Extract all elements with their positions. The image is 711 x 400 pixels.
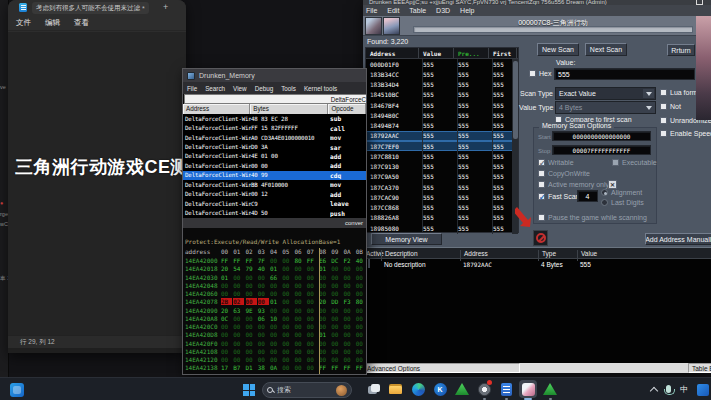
scan-result-row[interactable]: 187C7EF0555555555 xyxy=(366,141,518,151)
ce-menu-item[interactable]: Table xyxy=(409,7,426,14)
return-button[interactable]: Rrturn xyxy=(667,44,695,56)
ce-menu-item[interactable]: Edit xyxy=(387,7,399,14)
value-input[interactable]: 555 xyxy=(554,68,695,80)
scrollbar-thumb[interactable] xyxy=(513,61,518,139)
hex-row[interactable]: 14EA4213817B7D1380A000000FFFFFFFF xyxy=(183,364,366,372)
disasm-row[interactable]: DeltaForceClient-WinA0 CD3A4E0100000010m… xyxy=(183,133,366,142)
advanced-options-button[interactable]: Advanced Options xyxy=(363,363,520,373)
clear-filter-button[interactable] xyxy=(608,180,617,189)
add-address-button[interactable]: Add Address Manually xyxy=(645,233,711,245)
memory-viewer-menu-item[interactable]: File xyxy=(187,85,197,92)
active-memory-checkbox[interactable] xyxy=(538,181,545,188)
image-viewer-icon[interactable] xyxy=(519,380,537,398)
scan-stop-input[interactable]: 00007FFFFFFFFFFF xyxy=(552,145,651,155)
hex-row[interactable]: 14EA42060000000000000000000000000 xyxy=(183,290,366,298)
last-digits-radio[interactable] xyxy=(601,199,608,206)
speedhack-checkbox[interactable] xyxy=(660,130,667,137)
hex-row[interactable]: 14EA420A80C0000061000000000000000 xyxy=(183,315,366,323)
disasm-row[interactable]: DeltaForceClient-WinBB 4F010000mov xyxy=(183,180,366,189)
dropdown-arrow-icon[interactable] xyxy=(643,103,654,112)
results-column-header[interactable]: First xyxy=(489,48,517,58)
hex-row[interactable]: 14EA42108000000000000000000000000 xyxy=(183,348,366,356)
fast-scan-alignment-input[interactable]: 4 xyxy=(577,190,598,202)
scan-result-row[interactable]: 187CA370555555555 xyxy=(366,182,518,192)
file-explorer-icon[interactable] xyxy=(387,380,405,398)
hex-checkbox[interactable] xyxy=(529,70,536,77)
hex-row[interactable]: 14EA420782B0200000100000020DDF380 xyxy=(183,298,366,306)
disasm-column-header[interactable]: Address xyxy=(183,104,250,114)
disasm-row[interactable]: DeltaForceClient-Win4D 50push xyxy=(183,208,366,217)
hex-dump-panel[interactable]: Protect:Execute/Read/Write AllocationBas… xyxy=(183,228,366,375)
scan-result-row[interactable]: 18467BF4555555555 xyxy=(366,100,518,110)
scan-result-row[interactable]: 187CAC90555555555 xyxy=(366,192,518,202)
scan-result-row[interactable]: 187C9A50555555555 xyxy=(366,172,518,182)
tray-chevron-icon[interactable] xyxy=(650,386,658,394)
ce-menu-item[interactable]: D3D xyxy=(436,7,450,14)
lua-formula-checkbox[interactable] xyxy=(660,89,667,96)
scan-result-row[interactable]: 000D01F0555555555 xyxy=(366,59,518,69)
notepad-menu-item[interactable]: 编辑 xyxy=(45,18,60,28)
hex-row[interactable]: 14EA42000FFFFFF7F000080FFE6DCF240 xyxy=(183,257,366,265)
notepad-editor[interactable] xyxy=(8,32,186,335)
cheat-engine-icon[interactable] xyxy=(453,380,471,398)
scan-result-row[interactable]: 18985080555555555 xyxy=(366,223,518,233)
scan-result-row[interactable]: 183B34CC555555555 xyxy=(366,69,518,79)
cancel-scan-icon[interactable] xyxy=(533,230,548,246)
scan-result-row[interactable]: 183B34D4555555555 xyxy=(366,80,518,90)
table-extras-button[interactable]: Table Extras xyxy=(688,363,711,373)
memory-viewer-menu-item[interactable]: Tools xyxy=(281,85,296,92)
taskbar-search[interactable]: 搜索 xyxy=(262,382,352,398)
dropdown-arrow-icon[interactable] xyxy=(643,89,654,98)
copyonwrite-checkbox[interactable] xyxy=(538,170,545,177)
not-checkbox[interactable] xyxy=(660,103,667,110)
executable-checkbox[interactable] xyxy=(612,159,619,166)
screen-recorder-icon[interactable] xyxy=(475,380,493,398)
ime-indicator[interactable]: 中 xyxy=(680,384,688,395)
disasm-row[interactable]: DeltaForceClient-Win48 83 EC 28sub xyxy=(183,114,366,123)
entry-active-checkbox[interactable] xyxy=(368,260,370,267)
hex-row[interactable]: 14EA42018205479400100000001000000 xyxy=(183,265,366,273)
notepad-menu-item[interactable]: 查看 xyxy=(74,18,89,28)
task-view-icon[interactable] xyxy=(365,380,383,398)
disasm-row[interactable]: DeltaForceClient-WinD0 3Asar xyxy=(183,142,366,151)
scan-result-row[interactable]: 187C9130555555555 xyxy=(366,162,518,172)
start-button-icon[interactable] xyxy=(243,384,255,396)
tray-app-icon[interactable] xyxy=(697,384,709,396)
scan-result-row[interactable]: 187C8810555555555 xyxy=(366,151,518,161)
scan-result-row[interactable]: 187CC868555555555 xyxy=(366,203,518,213)
edge-icon[interactable] xyxy=(409,380,427,398)
value-type-dropdown[interactable]: 4 Bytes xyxy=(555,101,656,114)
unrandomizer-checkbox[interactable] xyxy=(660,117,667,124)
scan-start-input[interactable]: 0000000000000000 xyxy=(552,131,651,141)
hex-row[interactable]: 14EA42120000000000000000000000000 xyxy=(183,356,366,364)
memory-viewer-menu-item[interactable]: View xyxy=(233,85,247,92)
disasm-row[interactable]: DeltaForceClient-Win4E 01 00add xyxy=(183,152,366,161)
notes-icon[interactable] xyxy=(497,380,515,398)
disasm-row[interactable]: DeltaForceClient-Win00 00add xyxy=(183,161,366,170)
ce-menu-item[interactable]: Help xyxy=(460,7,474,14)
address-table-row[interactable]: No description18792AAC4 Bytes555 xyxy=(363,259,711,269)
results-column-header[interactable]: Address xyxy=(366,48,419,58)
k-app-icon[interactable] xyxy=(431,380,449,398)
cheat-engine-2-icon[interactable] xyxy=(541,380,559,398)
memory-viewer-menu-item[interactable]: Debug xyxy=(255,85,274,92)
widgets-icon[interactable] xyxy=(10,383,24,397)
disasm-column-header[interactable]: Opcode xyxy=(328,104,366,114)
hex-row[interactable]: 14EA4209020639E930000000000000000 xyxy=(183,307,366,315)
scan-results-list[interactable]: AddressValuePre...First 000D01F055555555… xyxy=(365,47,519,233)
memory-viewer-title-bar[interactable]: Drunken_Memory xyxy=(183,69,366,82)
scan-result-row[interactable]: 18792AAC555555555 xyxy=(366,131,518,141)
scan-result-row[interactable]: 18494B74555555555 xyxy=(366,121,518,131)
notepad-menu-item[interactable]: 文件 xyxy=(16,18,31,28)
notepad-tab[interactable]: 考虑到有很多人可能不会使用来过滤 * xyxy=(32,2,149,14)
alignment-radio[interactable] xyxy=(601,189,608,196)
disasm-row[interactable]: DeltaForceClient-WinC9leave xyxy=(183,199,366,208)
disasm-row[interactable]: DeltaForceClient-Win40 99cdq xyxy=(183,171,366,180)
microphone-icon[interactable] xyxy=(666,385,671,393)
scan-type-dropdown[interactable]: Exact Value xyxy=(555,87,656,100)
process-select-image[interactable] xyxy=(383,17,400,35)
hex-row[interactable]: 14EA42048000000000000000000000000 xyxy=(183,282,366,290)
new-scan-button[interactable]: New Scan xyxy=(537,43,579,56)
memory-viewer-menu-item[interactable]: Search xyxy=(205,85,225,92)
scan-result-row[interactable]: 184510BC555555555 xyxy=(366,90,518,100)
